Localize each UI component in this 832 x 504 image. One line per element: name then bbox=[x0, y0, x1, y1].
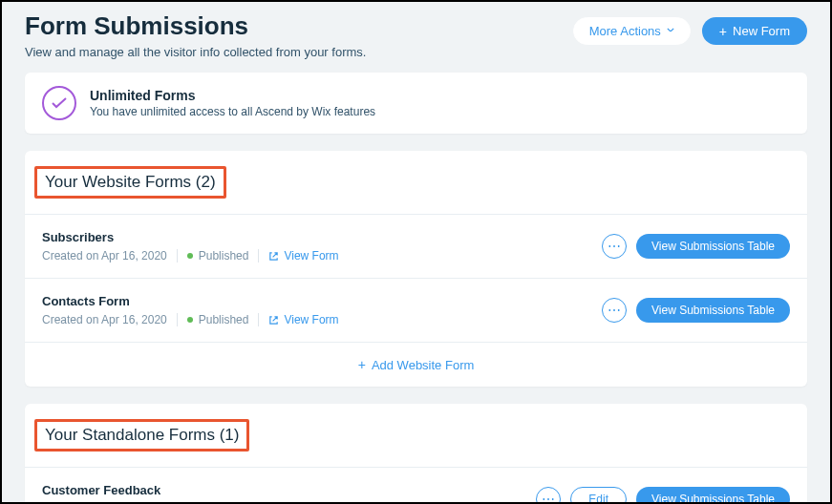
dots-icon: ⋯ bbox=[542, 492, 555, 504]
more-actions-button[interactable]: More Actions bbox=[573, 17, 691, 45]
status-badge: Published bbox=[187, 249, 249, 262]
form-name: Contacts Form bbox=[42, 294, 339, 308]
separator bbox=[258, 313, 259, 326]
form-row: Subscribers Created on Apr 16, 2020 Publ… bbox=[25, 214, 807, 278]
dots-icon: ⋯ bbox=[608, 239, 621, 254]
website-forms-title: Your Website Forms (2) bbox=[34, 166, 226, 199]
view-submissions-button[interactable]: View Submissions Table bbox=[636, 234, 790, 259]
view-submissions-button[interactable]: View Submissions Table bbox=[636, 487, 790, 504]
view-submissions-button[interactable]: View Submissions Table bbox=[636, 298, 790, 323]
separator bbox=[177, 313, 178, 326]
more-options-button[interactable]: ⋯ bbox=[602, 298, 627, 323]
page-header: Form Submissions View and manage all the… bbox=[2, 2, 830, 59]
view-form-link[interactable]: View Form bbox=[268, 249, 338, 262]
form-row: Contacts Form Created on Apr 16, 2020 Pu… bbox=[25, 278, 807, 342]
banner-title: Unlimited Forms bbox=[90, 88, 375, 103]
banner-subtitle: You have unlimited access to all Ascend … bbox=[90, 105, 375, 118]
add-website-form-link[interactable]: + Add Website Form bbox=[358, 358, 475, 372]
chevron-down-icon bbox=[667, 28, 674, 35]
external-link-icon bbox=[268, 251, 279, 262]
more-actions-label: More Actions bbox=[589, 24, 661, 38]
plus-icon: + bbox=[358, 358, 366, 371]
view-form-link[interactable]: View Form bbox=[268, 313, 338, 326]
standalone-forms-card: Your Standalone Forms (1) Customer Feedb… bbox=[25, 404, 807, 504]
plus-icon: + bbox=[719, 25, 727, 38]
status-dot-icon bbox=[187, 317, 193, 323]
separator bbox=[258, 249, 259, 262]
edit-button[interactable]: Edit bbox=[570, 487, 627, 504]
page-title: Form Submissions bbox=[25, 11, 366, 41]
website-forms-card: Your Website Forms (2) Subscribers Creat… bbox=[25, 151, 807, 387]
unlimited-forms-banner: Unlimited Forms You have unlimited acces… bbox=[25, 73, 807, 134]
check-circle-icon bbox=[42, 86, 76, 120]
status-badge: Published bbox=[187, 313, 249, 326]
external-link-icon bbox=[268, 315, 279, 326]
new-form-label: New Form bbox=[733, 24, 790, 38]
form-row: Customer Feedback Created on May 18, 202… bbox=[25, 467, 807, 504]
more-options-button[interactable]: ⋯ bbox=[602, 234, 627, 259]
created-date: Created on Apr 16, 2020 bbox=[42, 313, 167, 326]
created-date: Created on Apr 16, 2020 bbox=[42, 249, 167, 262]
separator bbox=[177, 249, 178, 262]
dots-icon: ⋯ bbox=[608, 303, 621, 318]
form-name: Subscribers bbox=[42, 230, 339, 244]
status-dot-icon bbox=[187, 253, 193, 259]
page-subtitle: View and manage all the visitor info col… bbox=[25, 45, 366, 59]
more-options-button[interactable]: ⋯ bbox=[536, 487, 561, 504]
standalone-forms-title: Your Standalone Forms (1) bbox=[34, 419, 249, 452]
form-name: Customer Feedback bbox=[42, 483, 262, 497]
new-form-button[interactable]: + New Form bbox=[702, 17, 807, 45]
